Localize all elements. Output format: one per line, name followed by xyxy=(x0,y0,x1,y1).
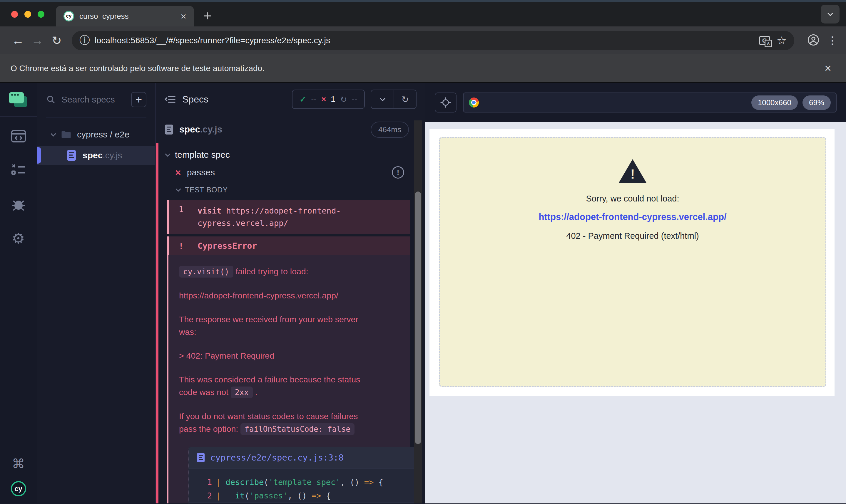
code-frame-path[interactable]: cypress/e2e/spec.cy.js:3:8 xyxy=(210,453,344,463)
stats-group[interactable]: ✓ -- × 1 ↻ -- xyxy=(292,90,365,109)
close-window-button[interactable] xyxy=(11,11,18,18)
tab-close-icon[interactable]: × xyxy=(180,11,186,21)
collapse-sidebar-icon[interactable] xyxy=(165,94,176,104)
failure-title: Sorry, we could not load: xyxy=(586,194,679,203)
specs-nav-icon[interactable] xyxy=(9,127,28,146)
tree-divider xyxy=(46,117,146,118)
new-tab-button[interactable]: + xyxy=(203,7,212,25)
window-controls xyxy=(0,11,53,18)
menu-kebab-icon[interactable]: ⋮ xyxy=(827,34,838,47)
spec-file-name: spec.cy.js xyxy=(83,150,122,160)
chevron-down-icon xyxy=(165,151,170,157)
passed-count: -- xyxy=(311,94,316,104)
reporter-panel: Specs ✓ -- × 1 ↻ -- ↻ spec.cy.js 464ms xyxy=(156,83,425,503)
error-hint-text: If you do not want status codes to cause… xyxy=(179,410,370,436)
folder-icon xyxy=(61,130,71,139)
test-body-section[interactable]: TEST BODY xyxy=(156,186,425,194)
browser-tab[interactable]: cy curso_cypress × xyxy=(56,6,194,26)
preview-topbar: 1000x660 69% xyxy=(425,83,846,122)
automation-infobar: O Chrome está a ser controlado pelo soft… xyxy=(0,54,846,83)
error-message-body: cy.visit() failed trying to load: https:… xyxy=(167,255,410,503)
suite-title: template spec xyxy=(175,150,230,160)
minimize-window-button[interactable] xyxy=(24,11,31,18)
error-intro-code: cy.visit() xyxy=(179,266,234,277)
folder-label: cypress / e2e xyxy=(77,129,130,140)
visit-failure-page: ! Sorry, we could not load: https://adop… xyxy=(439,137,826,387)
scrollbar-thumb[interactable] xyxy=(415,192,421,444)
keyboard-shortcuts-icon[interactable]: ⌘ xyxy=(12,456,25,471)
warning-triangle-icon: ! xyxy=(619,159,647,183)
address-bar[interactable]: ⓘ localhost:56853/__/#/specs/runner?file… xyxy=(72,31,794,50)
code-file-icon xyxy=(197,453,205,463)
cypress-logo[interactable]: cy xyxy=(11,481,26,497)
maximize-window-button[interactable] xyxy=(38,11,45,18)
bookmark-star-icon[interactable]: ☆ xyxy=(777,34,787,47)
infobar-close-icon[interactable]: × xyxy=(825,62,835,75)
search-specs-input[interactable]: Search specs xyxy=(62,94,125,105)
error-response-text: The response we received from your web s… xyxy=(179,313,370,338)
aut-url-bar[interactable]: 1000x660 69% xyxy=(463,92,836,112)
test-results: template spec × passes ! TEST BODY 1 vis… xyxy=(156,143,425,503)
tab-search-button[interactable] xyxy=(821,5,840,23)
infobar-text: O Chrome está a ser controlado pelo soft… xyxy=(11,64,264,73)
spec-file-icon xyxy=(67,150,76,161)
back-button[interactable]: ← xyxy=(8,34,28,48)
viewport-zoom-badge: 69% xyxy=(802,95,831,110)
fail-on-status-chip: failOnStatusCode: false xyxy=(240,423,355,435)
site-info-icon[interactable]: ⓘ xyxy=(80,33,90,48)
url-text: localhost:56853/__/#/specs/runner?file=c… xyxy=(94,36,754,45)
folder-row-cypress-e2e[interactable]: cypress / e2e xyxy=(37,126,155,143)
codeframe-line: >3| cy.visit('https://adopet-frontend-cy… xyxy=(189,503,421,503)
translate-icon[interactable]: G xyxy=(759,36,770,45)
status-code-chip: 2xx xyxy=(231,386,253,398)
failed-spec-border xyxy=(156,143,158,503)
aut-iframe: ! Sorry, we could not load: https://adop… xyxy=(430,129,834,396)
command-text: visithttps://adopet-frontend-cypress.ver… xyxy=(197,205,348,229)
spec-file-row-selected[interactable]: spec.cy.js xyxy=(37,146,155,165)
error-url: https://adopet-frontend-cypress.vercel.a… xyxy=(179,289,370,302)
error-bang-icon: ! xyxy=(179,241,189,251)
failed-test-row[interactable]: × passes ! xyxy=(156,166,425,179)
reporter-title: Specs xyxy=(182,94,208,105)
aut-preview-pane: 1000x660 69% ! Sorry, we could not load:… xyxy=(425,83,846,503)
test-alert-icon[interactable]: ! xyxy=(392,166,404,179)
pending-icon: ↻ xyxy=(340,94,347,104)
spec-doc-icon xyxy=(165,124,173,135)
profile-icon[interactable] xyxy=(807,34,819,47)
command-method: visit xyxy=(197,206,221,215)
tab-title: curso_cypress xyxy=(80,12,175,21)
settings-gear-icon[interactable]: ⚙ xyxy=(9,229,28,248)
reload-button[interactable]: ↻ xyxy=(47,34,66,47)
rerun-button[interactable]: ↻ xyxy=(394,90,416,108)
collapse-all-button[interactable] xyxy=(371,90,394,108)
command-log-visit[interactable]: 1 visithttps://adopet-frontend-cypress.v… xyxy=(167,200,410,234)
test-failed-icon: × xyxy=(175,167,181,177)
spec-duration-badge: 464ms xyxy=(371,122,409,138)
reporter-scrollbar[interactable] xyxy=(414,121,422,503)
search-specs-row[interactable]: Search specs + xyxy=(37,90,155,109)
viewport-size-badge: 1000x660 xyxy=(752,95,798,110)
code-frame-header[interactable]: cypress/e2e/spec.cy.js:3:8 xyxy=(189,447,421,468)
spec-summary-row[interactable]: spec.cy.js 464ms xyxy=(156,116,425,143)
failure-detail: 402 - Payment Required (text/html) xyxy=(566,231,699,241)
chevron-down-icon xyxy=(175,186,181,192)
test-body-label: TEST BODY xyxy=(185,186,228,194)
error-header[interactable]: ! CypressError xyxy=(167,236,410,255)
suite-row[interactable]: template spec xyxy=(156,143,425,160)
error-status-line: > 402: Payment Required xyxy=(179,349,370,362)
failed-icon: × xyxy=(321,94,326,104)
tab-strip: cy curso_cypress × + xyxy=(0,2,846,26)
codeframe-lines: 1|describe('template spec', () => { 2| i… xyxy=(189,468,421,503)
debug-nav-icon[interactable] xyxy=(9,195,28,214)
forward-button[interactable]: → xyxy=(28,34,47,48)
aut-stage: ! Sorry, we could not load: https://adop… xyxy=(425,122,846,503)
add-spec-button[interactable]: + xyxy=(131,92,146,107)
reporter-header: Specs ✓ -- × 1 ↻ -- ↻ xyxy=(156,83,425,116)
browser-toolbar: ← → ↻ ⓘ localhost:56853/__/#/specs/runne… xyxy=(0,26,846,54)
left-nav-rail: ⚙ ⌘ cy xyxy=(0,83,37,503)
cypress-browsers-logo xyxy=(9,92,28,108)
failure-url-link[interactable]: https://adopet-frontend-cypress.vercel.a… xyxy=(538,212,726,222)
failed-count: 1 xyxy=(331,94,335,104)
selector-playground-button[interactable] xyxy=(435,92,456,112)
runs-nav-icon[interactable] xyxy=(9,161,28,180)
